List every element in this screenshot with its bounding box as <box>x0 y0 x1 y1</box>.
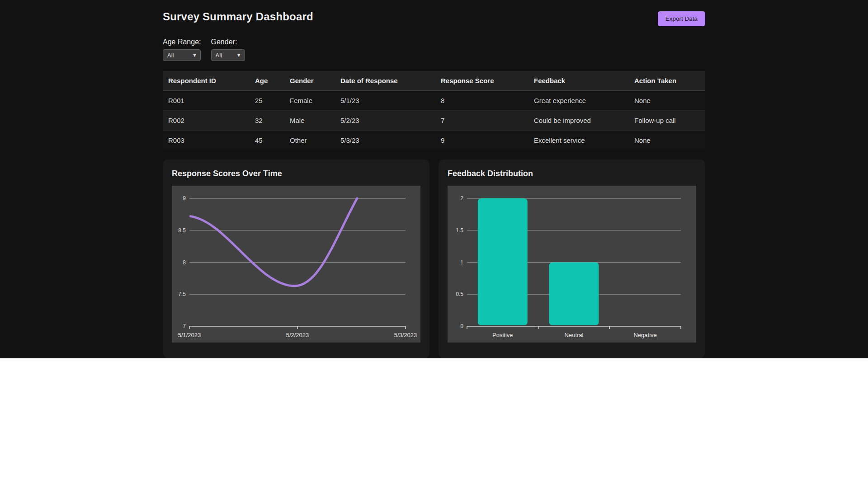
gender-filter-select[interactable]: All <box>211 49 245 61</box>
column-header: Date of Response <box>335 71 435 91</box>
y-tick-label: 8 <box>183 259 186 266</box>
table-cell: None <box>629 131 705 150</box>
x-tick-label: 5/3/2023 <box>394 332 417 338</box>
table-cell: 45 <box>250 131 284 150</box>
age-filter-select[interactable]: All <box>163 49 201 61</box>
header-row: Survey Summary Dashboard Export Data <box>163 10 705 26</box>
bar-chart-plot: 21.510.50PositiveNeutralNegative <box>448 186 696 343</box>
page-title: Survey Summary Dashboard <box>163 10 313 23</box>
feedback-distribution-bar-chart: 21.510.50PositiveNeutralNegative <box>448 186 696 343</box>
y-tick-label: 2 <box>460 195 463 202</box>
x-tick-label: 5/2/2023 <box>286 332 309 338</box>
column-header: Respondent ID <box>163 71 250 91</box>
table-cell: 8 <box>435 91 528 111</box>
table-cell: R001 <box>163 91 250 111</box>
column-header: Age <box>250 71 284 91</box>
y-tick-label: 9 <box>183 195 186 202</box>
y-tick-label: 1 <box>460 259 463 266</box>
table-cell: Female <box>284 91 335 111</box>
table-cell: 9 <box>435 131 528 150</box>
table-cell: Other <box>284 131 335 150</box>
x-tick-label: Positive <box>492 332 513 338</box>
score-line <box>190 198 357 286</box>
y-tick-label: 0 <box>460 323 463 329</box>
dashboard-app: Survey Summary Dashboard Export Data Age… <box>0 0 868 358</box>
line-chart-card: Response Scores Over Time 98.587.575/1/2… <box>163 160 429 358</box>
column-header: Feedback <box>528 71 629 91</box>
bar-positive <box>478 198 528 325</box>
table-cell: Follow-up call <box>629 111 705 131</box>
x-tick-label: Negative <box>634 332 657 338</box>
y-tick-label: 8.5 <box>178 227 186 234</box>
y-tick-label: 7.5 <box>178 291 186 297</box>
y-tick-label: 7 <box>183 323 186 329</box>
column-header: Response Score <box>435 71 528 91</box>
response-scores-line-chart: 98.587.575/1/20235/2/20235/3/2023 <box>172 186 420 343</box>
table-cell: Great experience <box>528 91 629 111</box>
table-row: R00125Female5/1/238Great experienceNone <box>163 91 705 111</box>
table-cell: 7 <box>435 111 528 131</box>
age-filter-label: Age Range: <box>163 38 201 46</box>
responses-table: Respondent IDAgeGenderDate of ResponseRe… <box>163 71 705 150</box>
bar-chart-title: Feedback Distribution <box>448 169 696 178</box>
table-header-row: Respondent IDAgeGenderDate of ResponseRe… <box>163 71 705 91</box>
table-cell: R003 <box>163 131 250 150</box>
x-tick-label: Neutral <box>565 332 584 338</box>
column-header: Action Taken <box>629 71 705 91</box>
table-cell: 5/1/23 <box>335 91 435 111</box>
age-filter: Age Range: All ▼ <box>163 38 201 61</box>
gender-filter-label: Gender: <box>211 38 245 46</box>
table-cell: 25 <box>250 91 284 111</box>
bar-neutral <box>549 263 599 326</box>
bar-chart-card: Feedback Distribution 21.510.50PositiveN… <box>439 160 705 358</box>
table-cell: Excellent service <box>528 131 629 150</box>
x-tick-label: 5/1/2023 <box>178 332 201 338</box>
table-cell: 5/2/23 <box>335 111 435 131</box>
table-row: R00232Male5/2/237Could be improvedFollow… <box>163 111 705 131</box>
column-header: Gender <box>284 71 335 91</box>
table-row: R00345Other5/3/239Excellent serviceNone <box>163 131 705 150</box>
y-tick-label: 0.5 <box>456 291 463 297</box>
table-cell: 32 <box>250 111 284 131</box>
charts-row: Response Scores Over Time 98.587.575/1/2… <box>163 160 705 358</box>
filters-bar: Age Range: All ▼ Gender: All ▼ <box>163 38 705 61</box>
export-button[interactable]: Export Data <box>658 11 705 26</box>
dashboard-content: Survey Summary Dashboard Export Data Age… <box>163 0 705 358</box>
line-chart-title: Response Scores Over Time <box>172 169 420 178</box>
gender-filter: Gender: All ▼ <box>211 38 245 61</box>
line-chart-plot: 98.587.575/1/20235/2/20235/3/2023 <box>172 186 420 343</box>
table-cell: 5/3/23 <box>335 131 435 150</box>
y-tick-label: 1.5 <box>456 227 463 234</box>
table-cell: R002 <box>163 111 250 131</box>
table-cell: Could be improved <box>528 111 629 131</box>
table-body: R00125Female5/1/238Great experienceNoneR… <box>163 91 705 150</box>
table-cell: Male <box>284 111 335 131</box>
table-cell: None <box>629 91 705 111</box>
